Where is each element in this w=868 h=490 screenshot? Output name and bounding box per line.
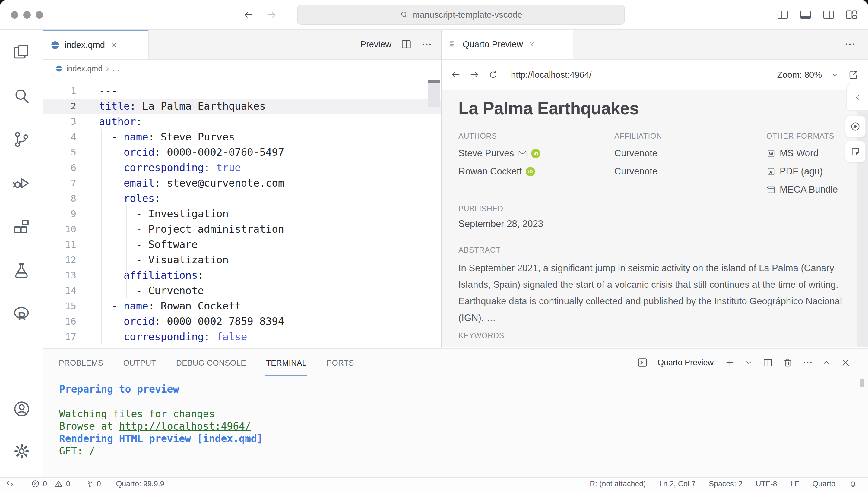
code-line[interactable]: 6 corresponding: true [43,160,441,175]
open-external-icon[interactable] [848,69,859,80]
toggle-bottom-panel-icon[interactable] [799,8,812,21]
close-preview-tab-icon[interactable] [528,40,536,48]
panel-more-actions-icon[interactable] [802,357,813,368]
code-line[interactable]: 13 affiliations: [43,268,441,283]
ports-status[interactable]: 0 [85,480,101,488]
status-item[interactable]: LF [790,480,799,488]
affiliation-row: Curvenote [614,166,766,177]
terminal-instance-label[interactable]: Quarto Preview [657,358,714,367]
zoom-dropdown-icon[interactable] [830,70,839,79]
activity-item-search[interactable] [12,87,31,105]
reload-icon[interactable] [488,70,498,80]
code-line[interactable]: 14 - Curvenote [43,283,441,298]
code-line[interactable]: 16 orcid: 0000-0002-7859-8394 [43,314,441,329]
activity-item-account[interactable] [12,400,31,418]
error-count: 0 [43,480,47,488]
notes-button[interactable] [845,141,866,162]
command-center-search[interactable]: manuscript-template-vscode [297,5,625,25]
split-editor-icon[interactable] [401,39,412,50]
preview-navbar: http://localhost:4964/ Zoom: 80% [441,60,868,90]
search-icon [12,87,31,105]
warning-icon [54,480,63,488]
panel-tab-output[interactable]: OUTPUT [123,349,157,377]
code-line[interactable]: 10 - Project administration [43,222,441,237]
more-actions-icon[interactable] [421,39,433,50]
activity-item-testing[interactable] [12,261,31,280]
svg-text:R: R [18,310,26,322]
activity-item-r-language[interactable]: R [12,305,31,324]
kill-terminal-icon[interactable] [782,357,793,368]
code-line[interactable]: 8 roles: [43,191,441,206]
preview-button[interactable]: Preview [361,39,392,50]
preview-back-icon[interactable] [451,70,461,80]
remote-indicator-icon[interactable] [5,480,14,488]
code-line[interactable]: 15 - name: Rowan Cockett [43,298,441,314]
panel-tab-debug-console[interactable]: DEBUG CONSOLE [176,349,247,377]
terminal-scrollbar[interactable] [860,379,864,387]
activity-item-run-debug[interactable] [12,174,31,193]
new-terminal-icon[interactable] [724,357,735,368]
code-line[interactable]: 11 - Software [43,237,441,252]
toggle-left-sidebar-icon[interactable] [776,8,789,21]
breadcrumb-file[interactable]: index.qmd [66,64,102,73]
zoom-level-label[interactable]: Zoom: 80% [777,70,822,80]
problems-status[interactable]: 0 0 [31,480,70,488]
code-line[interactable]: 1--- [43,83,441,99]
customize-layout-icon[interactable] [845,8,858,21]
format-row[interactable]: APDF (agu) [766,166,868,177]
status-item[interactable]: UTF-8 [756,480,777,488]
visibility-button[interactable] [845,116,866,137]
breadcrumb[interactable]: index.qmd › ... [43,60,441,77]
editor-scrollbar[interactable] [428,84,440,107]
code-editor[interactable]: 1---2title: La Palma Earthquakes3author:… [43,77,441,345]
line-number: 6 [43,160,76,175]
activity-item-source-control[interactable] [12,130,31,149]
minimize-window-button[interactable] [23,11,31,19]
code-line[interactable]: 5 orcid: 0000-0002-0760-5497 [43,145,441,160]
terminal-link[interactable]: http://localhost:4964/ [119,420,251,432]
code-line[interactable]: 3author: [43,114,441,129]
toggle-right-sidebar-icon[interactable] [822,8,835,21]
terminal-output[interactable]: Preparing to previewWatching files for c… [43,377,868,457]
zoom-window-button[interactable] [36,11,43,19]
code-line[interactable]: 9 - Investigation [43,206,441,222]
authors-label: AUTHORS [459,132,614,140]
orcid-icon[interactable]: iD [526,167,535,176]
preview-url[interactable]: http://localhost:4964/ [511,70,592,80]
code-line[interactable]: 7 email: steve@curvenote.com [43,175,441,191]
code-line[interactable]: 17 corresponding: false [43,329,441,345]
tab-index-qmd[interactable]: index.qmd [43,30,149,59]
tab-quarto-preview[interactable]: Quarto Preview [441,30,573,59]
status-item[interactable]: Quarto [812,480,835,488]
preview-more-actions-icon[interactable] [844,38,856,50]
status-item[interactable]: Ln 2, Col 7 [659,480,695,488]
history-back-icon[interactable] [243,9,254,20]
split-terminal-icon[interactable] [763,357,773,368]
history-forward-icon[interactable] [266,9,277,20]
activity-item-settings-gear[interactable] [12,442,31,460]
breadcrumb-more[interactable]: ... [113,64,119,73]
close-tab-icon[interactable] [110,41,118,49]
panel-tab-problems[interactable]: PROBLEMS [58,349,104,377]
format-row[interactable]: MECA Bundle [766,184,868,195]
orcid-icon[interactable]: iD [531,149,540,158]
close-window-button[interactable] [11,11,19,19]
panel-tab-terminal[interactable]: TERMINAL [266,349,307,377]
preview-forward-icon[interactable] [469,70,479,80]
collapse-margin-button[interactable] [846,84,868,111]
close-panel-icon[interactable] [840,357,851,368]
activity-item-extensions[interactable] [12,218,31,236]
bell-icon[interactable] [849,480,857,488]
code-line[interactable]: 12 - Visualization [43,252,441,268]
panel-tab-ports[interactable]: PORTS [326,349,355,377]
activity-item-files[interactable] [12,43,31,62]
status-item[interactable]: R: (not attached) [590,480,646,488]
email-icon[interactable] [518,149,527,158]
code-line[interactable]: 2title: La Palma Earthquakes [43,99,441,114]
line-number: 15 [43,298,76,314]
status-item[interactable]: Spaces: 2 [709,480,742,488]
maximize-panel-icon[interactable] [822,358,831,367]
quarto-version-status[interactable]: Quarto: 99.9.9 [116,480,164,488]
terminal-dropdown-icon[interactable] [744,358,753,367]
code-line[interactable]: 4 - name: Steve Purves [43,129,441,145]
